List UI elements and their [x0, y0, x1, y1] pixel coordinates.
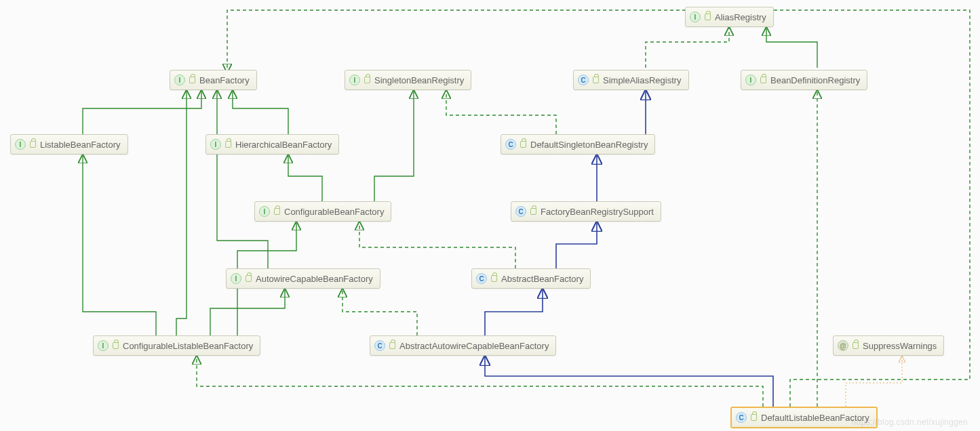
node-label: AbstractAutowireCapableBeanFactory: [399, 341, 549, 351]
interface-icon: I: [231, 273, 241, 284]
node-bean-definition-registry[interactable]: I BeanDefinitionRegistry: [741, 70, 867, 90]
class-icon: C: [374, 340, 385, 351]
node-label: ConfigurableBeanFactory: [284, 207, 384, 217]
node-bean-factory[interactable]: I BeanFactory: [170, 70, 257, 90]
watermark-text: https://blog.csdn.net/xujinggen: [852, 417, 968, 427]
interface-icon: I: [745, 75, 756, 85]
node-singleton-bean-registry[interactable]: I SingletonBeanRegistry: [345, 70, 471, 90]
node-configurable-listable-bean-factory[interactable]: I ConfigurableListableBeanFactory: [93, 335, 260, 356]
node-factory-bean-registry-support[interactable]: C FactoryBeanRegistrySupport: [511, 201, 661, 222]
lock-icon: [705, 14, 711, 20]
interface-icon: I: [349, 75, 360, 85]
node-label: BeanFactory: [199, 75, 250, 85]
interface-icon: I: [98, 340, 109, 351]
lock-icon: [520, 141, 526, 148]
lock-icon: [852, 342, 859, 349]
node-autowire-capable-bean-factory[interactable]: I AutowireCapableBeanFactory: [226, 268, 380, 289]
interface-icon: I: [15, 139, 26, 150]
lock-icon: [113, 342, 119, 349]
lock-icon: [491, 275, 497, 282]
lock-icon: [30, 141, 36, 148]
lock-icon: [760, 77, 766, 83]
node-listable-bean-factory[interactable]: I ListableBeanFactory: [10, 134, 128, 155]
node-abstract-autowire-capable-bean-factory[interactable]: C AbstractAutowireCapableBeanFactory: [370, 335, 556, 356]
node-label: AutowireCapableBeanFactory: [256, 274, 373, 284]
node-label: AbstractBeanFactory: [501, 274, 583, 284]
node-label: SimpleAliasRegistry: [603, 75, 682, 85]
lock-icon: [530, 208, 536, 215]
node-label: HierarchicalBeanFactory: [235, 140, 332, 150]
node-label: ListableBeanFactory: [40, 140, 121, 150]
node-label: SuppressWarnings: [863, 341, 937, 351]
node-label: AliasRegistry: [715, 12, 766, 22]
lock-icon: [225, 141, 231, 148]
lock-icon: [246, 275, 252, 282]
node-suppress-warnings[interactable]: @ SuppressWarnings: [833, 335, 944, 356]
lock-icon: [593, 77, 599, 83]
connectors-layer: [0, 0, 980, 431]
lock-icon: [364, 77, 370, 83]
interface-icon: I: [210, 139, 221, 150]
lock-icon: [751, 414, 757, 421]
node-label: DefaultSingletonBeanRegistry: [530, 140, 648, 150]
node-hierarchical-bean-factory[interactable]: I HierarchicalBeanFactory: [205, 134, 339, 155]
interface-icon: I: [174, 75, 185, 85]
lock-icon: [389, 342, 395, 349]
class-icon: C: [476, 273, 487, 284]
node-configurable-bean-factory[interactable]: I ConfigurableBeanFactory: [254, 201, 391, 222]
interface-icon: I: [259, 206, 270, 217]
class-icon: C: [505, 139, 516, 150]
node-simple-alias-registry[interactable]: C SimpleAliasRegistry: [573, 70, 689, 90]
interface-icon: I: [690, 12, 701, 22]
node-alias-registry[interactable]: I AliasRegistry: [685, 7, 774, 27]
class-icon: C: [578, 75, 589, 85]
node-default-singleton-bean-registry[interactable]: C DefaultSingletonBeanRegistry: [501, 134, 655, 155]
annotation-icon: @: [838, 340, 848, 351]
lock-icon: [274, 208, 280, 215]
node-label: BeanDefinitionRegistry: [770, 75, 860, 85]
lock-icon: [189, 77, 195, 83]
node-label: SingletonBeanRegistry: [374, 75, 464, 85]
class-icon: C: [736, 412, 747, 423]
node-label: ConfigurableListableBeanFactory: [123, 341, 253, 351]
node-abstract-bean-factory[interactable]: C AbstractBeanFactory: [471, 268, 591, 289]
node-label: FactoryBeanRegistrySupport: [541, 207, 654, 217]
class-icon: C: [515, 206, 526, 217]
